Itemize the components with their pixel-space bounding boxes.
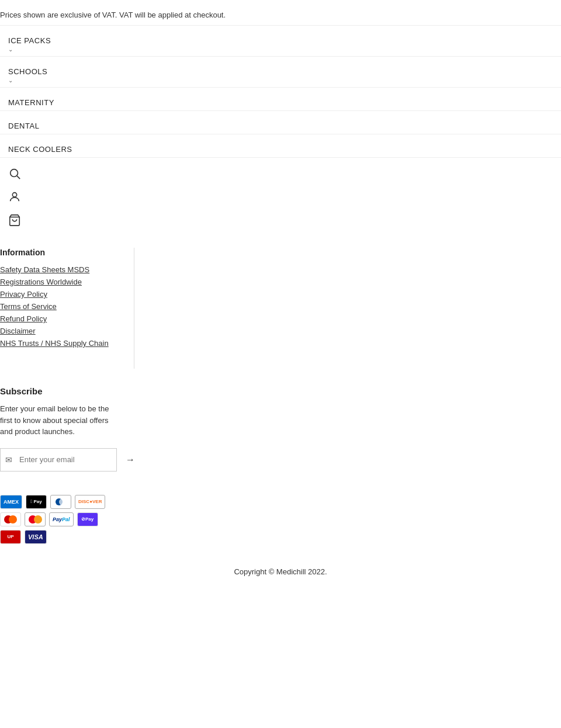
subscribe-description: Enter your email below to be the first t…	[0, 403, 117, 438]
search-button[interactable]	[8, 162, 561, 185]
payment-visa: VISA	[25, 530, 47, 544]
information-section: Information Safety Data Sheets MSDS Regi…	[0, 248, 134, 369]
vat-notice: Prices shown are exclusive of VAT. VAT w…	[0, 0, 561, 25]
nav-label-dental: DENTAL	[8, 122, 561, 130]
email-input[interactable]	[17, 449, 120, 470]
nav-item-maternity[interactable]: MATERNITY	[0, 88, 561, 111]
link-terms[interactable]: Terms of Service	[0, 302, 126, 311]
chevron-icon: ⌄	[8, 78, 561, 84]
nav-item-schools[interactable]: SCHOOLS ⌄	[0, 57, 561, 88]
email-form: ✉ →	[0, 448, 117, 472]
nav-item-ice-packs[interactable]: ICE PACKS ⌄	[0, 26, 561, 57]
payment-amex: AMEX	[0, 495, 22, 509]
cart-button[interactable]	[8, 209, 561, 231]
nav-label-maternity: MATERNITY	[8, 98, 561, 107]
subscribe-section: Subscribe Enter your email below to be t…	[0, 369, 561, 472]
account-button[interactable]	[8, 186, 561, 208]
chevron-icon: ⌄	[8, 47, 561, 53]
nav-item-neck-coolers[interactable]: NECK COOLERS	[0, 134, 561, 158]
nav-label-ice-packs: ICE PACKS	[8, 36, 561, 45]
payment-mastercard	[25, 512, 46, 526]
email-submit-button[interactable]: →	[120, 449, 141, 471]
link-refund[interactable]: Refund Policy	[0, 314, 126, 323]
link-privacy[interactable]: Privacy Policy	[0, 290, 126, 299]
nav-item-dental[interactable]: DENTAL	[0, 111, 561, 134]
subscribe-heading: Subscribe	[0, 386, 561, 396]
copyright: Copyright © Medichill 2022.	[0, 556, 561, 594]
link-safety-data[interactable]: Safety Data Sheets MSDS	[0, 265, 126, 274]
svg-line-1	[17, 176, 20, 179]
link-nhs[interactable]: NHS Trusts / NHS Supply Chain	[0, 339, 126, 348]
payment-paypal: PayPal	[49, 512, 74, 526]
nav-label-schools: SCHOOLS	[8, 67, 561, 76]
svg-point-5	[59, 498, 66, 505]
email-icon: ✉	[1, 449, 17, 470]
navigation: ICE PACKS ⌄ SCHOOLS ⌄ MATERNITY DENTAL N…	[0, 25, 561, 158]
payment-discover: DISC●VER	[75, 495, 105, 509]
cart-icon	[8, 214, 21, 227]
search-icon	[8, 167, 21, 180]
svg-point-0	[11, 169, 18, 177]
information-heading: Information	[0, 248, 126, 257]
payment-shopify-pay: ⊘Pay	[77, 512, 98, 526]
nav-label-neck-coolers: NECK COOLERS	[8, 145, 561, 154]
payment-methods: AMEX  Pay DISC●VER PayPal ⊘Pay UP VISA	[0, 472, 117, 556]
payment-union-pay: UP	[0, 530, 21, 544]
link-registrations[interactable]: Registrations Worldwide	[0, 278, 126, 286]
payment-apple-pay:  Pay	[26, 495, 47, 509]
svg-point-2	[12, 193, 16, 197]
link-disclaimer[interactable]: Disclaimer	[0, 327, 126, 335]
payment-diners	[50, 495, 71, 509]
payment-maestro	[0, 512, 21, 526]
account-icon	[8, 190, 21, 203]
